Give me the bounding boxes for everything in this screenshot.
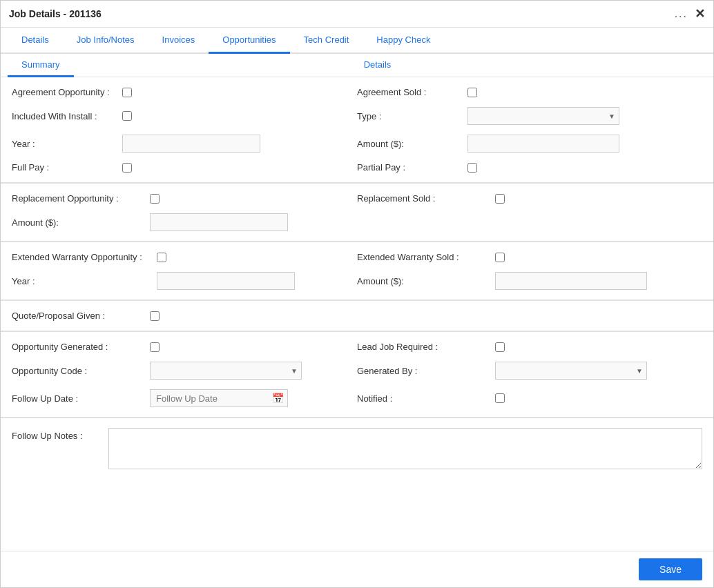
notified-group: Notified : bbox=[357, 393, 702, 404]
extended-warranty-opportunity-label: Extended Warranty Opportunity : bbox=[12, 252, 157, 262]
year-input[interactable] bbox=[122, 135, 260, 153]
follow-up-notes-row: Follow Up Notes : bbox=[12, 428, 702, 469]
ellipsis-button[interactable]: ... bbox=[675, 8, 688, 20]
replacement-opportunity-group: Replacement Opportunity : bbox=[12, 193, 357, 204]
notified-checkbox-wrap bbox=[495, 393, 505, 403]
warranty-amount-group: Amount ($): bbox=[357, 272, 702, 290]
warranty-row-1: Extended Warranty Opportunity : Extended… bbox=[12, 252, 702, 262]
agreement-opportunity-group: Agreement Opportunity : bbox=[12, 87, 357, 97]
opportunity-generated-checkbox[interactable] bbox=[150, 342, 160, 352]
agreement-sold-checkbox-wrap bbox=[467, 88, 477, 97]
window-title: Job Details - 201136 bbox=[9, 8, 102, 19]
full-pay-checkbox[interactable] bbox=[122, 163, 132, 173]
quote-proposal-label: Quote/Proposal Given : bbox=[12, 311, 150, 321]
job-details-window: Job Details - 201136 ... ✕ Details Job I… bbox=[0, 0, 714, 588]
included-with-install-checkbox[interactable] bbox=[122, 111, 132, 121]
warranty-amount-label: Amount ($): bbox=[357, 276, 495, 286]
replacement-opportunity-label: Replacement Opportunity : bbox=[12, 193, 150, 204]
opportunity-row-2: Opportunity Code : ▼ Generated By : ▼ bbox=[12, 362, 702, 380]
tab-details[interactable]: Details bbox=[8, 28, 63, 54]
footer: Save bbox=[1, 551, 713, 587]
replacement-sold-group: Replacement Sold : bbox=[357, 193, 702, 204]
agreement-opportunity-checkbox[interactable] bbox=[122, 88, 132, 97]
opportunity-code-select[interactable] bbox=[150, 362, 302, 380]
extended-warranty-sold-label: Extended Warranty Sold : bbox=[357, 252, 495, 262]
extended-warranty-opportunity-checkbox-wrap bbox=[157, 253, 166, 262]
follow-up-notes-label: Follow Up Notes : bbox=[12, 428, 108, 441]
opportunity-code-select-wrap: ▼ bbox=[150, 362, 302, 380]
replacement-sold-checkbox[interactable] bbox=[495, 194, 505, 204]
content-area: Agreement Opportunity : Agreement Sold :… bbox=[1, 77, 713, 551]
extended-warranty-opportunity-group: Extended Warranty Opportunity : bbox=[12, 252, 357, 262]
tab-happy-check[interactable]: Happy Check bbox=[363, 28, 444, 54]
generated-by-select-wrap: ▼ bbox=[495, 362, 647, 380]
main-tabs: Details Job Info/Notes Invoices Opportun… bbox=[1, 28, 713, 54]
follow-up-date-label: Follow Up Date : bbox=[12, 393, 150, 404]
quote-section: Quote/Proposal Given : bbox=[1, 301, 713, 332]
lead-job-required-label: Lead Job Required : bbox=[357, 342, 495, 352]
notified-label: Notified : bbox=[357, 393, 495, 404]
follow-up-date-group: Follow Up Date : 📅 bbox=[12, 389, 357, 407]
type-label: Type : bbox=[357, 111, 467, 121]
notified-checkbox[interactable] bbox=[495, 393, 505, 403]
generated-by-label: Generated By : bbox=[357, 366, 495, 376]
follow-up-notes-textarea[interactable] bbox=[108, 428, 702, 469]
opportunity-code-group: Opportunity Code : ▼ bbox=[12, 362, 357, 380]
replacement-section: Replacement Opportunity : Replacement So… bbox=[1, 184, 713, 242]
follow-up-date-wrap: 📅 bbox=[150, 389, 288, 407]
replacement-row-1: Replacement Opportunity : Replacement So… bbox=[12, 193, 702, 204]
replacement-opportunity-checkbox-wrap bbox=[150, 194, 160, 204]
agreement-sold-checkbox[interactable] bbox=[467, 88, 477, 97]
agreement-sold-group: Agreement Sold : bbox=[357, 87, 702, 97]
agreement-row-4: Full Pay : Partial Pay : bbox=[12, 162, 702, 173]
follow-up-date-input[interactable] bbox=[150, 389, 288, 407]
extended-warranty-sold-group: Extended Warranty Sold : bbox=[357, 252, 702, 262]
opportunity-section: Opportunity Generated : Lead Job Require… bbox=[1, 332, 713, 418]
warranty-row-2: Year : Amount ($): bbox=[12, 272, 702, 290]
lead-job-required-checkbox-wrap bbox=[495, 342, 505, 352]
extended-warranty-sold-checkbox-wrap bbox=[495, 253, 505, 262]
lead-job-required-checkbox[interactable] bbox=[495, 342, 505, 352]
included-with-install-group: Included With Install : bbox=[12, 111, 357, 121]
follow-up-notes-section: Follow Up Notes : bbox=[1, 418, 713, 479]
included-with-install-label: Included With Install : bbox=[12, 111, 122, 121]
agreement-row-2: Included With Install : Type : ▼ bbox=[12, 107, 702, 125]
replacement-amount-input[interactable] bbox=[150, 213, 288, 231]
type-select-wrap: ▼ bbox=[467, 107, 619, 125]
sub-tab-summary[interactable]: Summary bbox=[8, 54, 74, 77]
title-bar: Job Details - 201136 ... ✕ bbox=[1, 1, 713, 28]
partial-pay-checkbox-wrap bbox=[467, 163, 477, 173]
extended-warranty-opportunity-checkbox[interactable] bbox=[157, 253, 166, 262]
replacement-opportunity-checkbox[interactable] bbox=[150, 194, 160, 204]
opportunity-generated-checkbox-wrap bbox=[150, 342, 160, 352]
quote-proposal-group: Quote/Proposal Given : bbox=[12, 311, 357, 321]
generated-by-group: Generated By : ▼ bbox=[357, 362, 702, 380]
tab-invoices[interactable]: Invoices bbox=[148, 28, 209, 54]
lead-job-required-group: Lead Job Required : bbox=[357, 342, 702, 352]
tab-opportunities[interactable]: Opportunities bbox=[209, 28, 289, 54]
warranty-amount-input[interactable] bbox=[495, 272, 647, 290]
generated-by-select[interactable] bbox=[495, 362, 647, 380]
tab-job-info-notes[interactable]: Job Info/Notes bbox=[63, 28, 148, 54]
opportunity-row-1: Opportunity Generated : Lead Job Require… bbox=[12, 342, 702, 352]
amount-input[interactable] bbox=[467, 135, 619, 153]
type-select[interactable] bbox=[467, 107, 619, 125]
type-group: Type : ▼ bbox=[357, 107, 702, 125]
partial-pay-label: Partial Pay : bbox=[357, 162, 467, 173]
save-button[interactable]: Save bbox=[639, 558, 702, 580]
tab-tech-credit[interactable]: Tech Credit bbox=[290, 28, 363, 54]
extended-warranty-section: Extended Warranty Opportunity : Extended… bbox=[1, 242, 713, 301]
quote-proposal-checkbox-wrap bbox=[150, 311, 160, 321]
opportunity-generated-label: Opportunity Generated : bbox=[12, 342, 150, 352]
quote-proposal-checkbox[interactable] bbox=[150, 311, 160, 321]
partial-pay-checkbox[interactable] bbox=[467, 163, 477, 173]
agreement-opportunity-checkbox-wrap bbox=[122, 88, 132, 97]
full-pay-checkbox-wrap bbox=[122, 163, 132, 173]
year-label: Year : bbox=[12, 139, 122, 149]
full-pay-label: Full Pay : bbox=[12, 162, 122, 173]
sub-tab-details[interactable]: Details bbox=[350, 54, 405, 77]
quote-row: Quote/Proposal Given : bbox=[12, 311, 702, 321]
warranty-year-input[interactable] bbox=[157, 272, 295, 290]
extended-warranty-sold-checkbox[interactable] bbox=[495, 253, 505, 262]
close-button[interactable]: ✕ bbox=[695, 6, 705, 21]
